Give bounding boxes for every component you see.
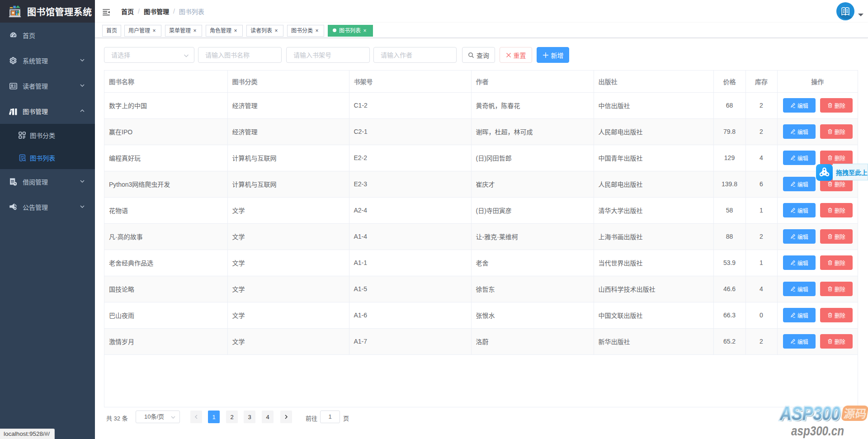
- svg-text:源码: 源码: [843, 407, 867, 420]
- svg-text:asp300.cn: asp300.cn: [791, 424, 844, 438]
- svg-text:ASP300: ASP300: [779, 404, 840, 424]
